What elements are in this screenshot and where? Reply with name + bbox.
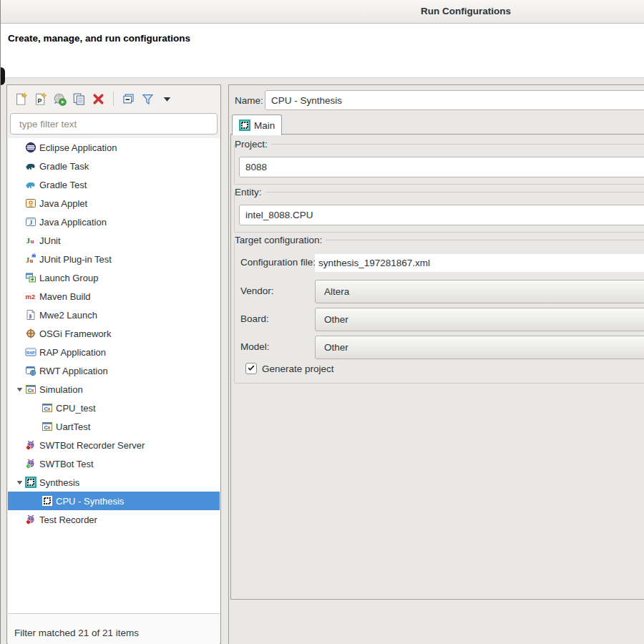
- tree-item-simulation[interactable]: CxSimulation: [8, 380, 220, 399]
- rap-icon: RAP: [25, 346, 36, 358]
- tree-item-uarttest[interactable]: CxUartTest: [8, 417, 220, 436]
- duplicate-configuration-button[interactable]: [69, 89, 89, 108]
- collapse-all-button[interactable]: [119, 89, 138, 108]
- tree-item-junit-plug-in-test[interactable]: JuJUnit Plug-in Test: [8, 250, 220, 268]
- configurations-toolbar: P: [11, 88, 177, 109]
- tree-item-mwe2-launch[interactable]: Mwe2 Launch: [8, 306, 220, 324]
- tree-item-label: Java Applet: [39, 198, 87, 209]
- view-menu-button[interactable]: [157, 89, 177, 108]
- entity-input[interactable]: [239, 205, 644, 225]
- tree-item-label: Java Application: [39, 217, 107, 228]
- expander-down-icon[interactable]: [14, 384, 25, 395]
- java-applet-icon: [25, 197, 36, 209]
- expander-spacer: [14, 235, 25, 246]
- svg-text:u: u: [31, 238, 34, 245]
- tree-item-swtbot-recorder-server[interactable]: SWTBot Recorder Server: [8, 436, 220, 454]
- filter-configurations-button[interactable]: [138, 89, 157, 108]
- tree-item-rap-application[interactable]: RAPRAP Application: [8, 343, 220, 361]
- tree-item-test-recorder[interactable]: Test Recorder: [8, 510, 220, 529]
- new-prototype-icon: P: [34, 92, 47, 106]
- tree-item-label: JUnit Plug-in Test: [39, 254, 112, 265]
- svg-text:x: x: [48, 425, 51, 430]
- export-configurations-button[interactable]: [50, 89, 69, 108]
- model-dropdown[interactable]: Other: [315, 336, 644, 359]
- tree-item-swtbot-test[interactable]: SWTBot Test: [8, 454, 220, 473]
- tree-item-label: Mwe2 Launch: [39, 310, 97, 321]
- filter-input[interactable]: [10, 113, 218, 135]
- dialog-header: Create, manage, and run configurations: [1, 24, 644, 78]
- expander-spacer: [30, 495, 42, 507]
- svg-text:u: u: [30, 257, 34, 264]
- main-tab-content: Project: Entity: Target configuration: C…: [230, 134, 644, 600]
- svg-text:J: J: [26, 256, 29, 264]
- configuration-file-input[interactable]: [315, 254, 644, 272]
- run-configurations-dialog: Run Configurations Create, manage, and r…: [0, 0, 644, 644]
- model-label: Model:: [240, 341, 270, 352]
- tree-item-label: Gradle Test: [39, 180, 87, 190]
- window-edge-artifact: [1, 67, 5, 85]
- model-value: Other: [324, 342, 348, 353]
- tree-item-label: CPU - Synthesis: [56, 496, 124, 507]
- expander-spacer: [14, 160, 25, 172]
- filter-funnel-icon: [141, 92, 155, 106]
- eclipse-icon: [25, 142, 36, 153]
- new-configuration-button[interactable]: [11, 89, 31, 108]
- filter-status-text: Filter matched 21 of 21 items: [14, 628, 139, 638]
- tree-item-label: SWTBot Test: [39, 459, 94, 469]
- toolbar-separator: [113, 92, 114, 106]
- simulation-icon: Cx: [25, 384, 36, 395]
- java-application-icon: J: [25, 216, 36, 228]
- launch-group-icon: [25, 272, 36, 283]
- expander-spacer: [14, 179, 25, 190]
- configuration-detail-panel: Name: Main Project: Entity: Target confi…: [228, 84, 644, 644]
- tree-item-synthesis[interactable]: Synthesis: [8, 473, 220, 492]
- tree-item-java-applet[interactable]: Java Applet: [8, 194, 220, 213]
- junit-plugin-icon: Ju: [25, 253, 36, 265]
- collapse-all-icon: [122, 92, 135, 106]
- export-icon: [53, 92, 67, 106]
- board-label: Board:: [240, 313, 269, 324]
- generate-project-label: Generate project: [262, 364, 334, 374]
- tree-item-label: Maven Build: [39, 291, 91, 302]
- tree-item-osgi-framework[interactable]: OSGi Framework: [8, 324, 220, 343]
- expander-spacer: [14, 514, 25, 525]
- tree-item-cpu-test[interactable]: CxCPU_test: [8, 399, 220, 417]
- tree-item-eclipse-application[interactable]: Eclipse Application: [8, 138, 220, 157]
- svg-text:P: P: [37, 97, 42, 104]
- tree-item-launch-group[interactable]: Launch Group: [8, 268, 220, 287]
- board-value: Other: [324, 314, 348, 325]
- expander-spacer: [14, 142, 25, 153]
- tree-item-maven-build[interactable]: m2Maven Build: [8, 287, 220, 306]
- tab-main[interactable]: Main: [232, 114, 282, 135]
- generate-project-checkbox[interactable]: [245, 363, 257, 374]
- tree-item-label: Gradle Task: [39, 161, 89, 172]
- tree-item-gradle-test[interactable]: Gradle Test: [8, 175, 220, 194]
- tree-item-junit[interactable]: JuJUnit: [8, 231, 220, 250]
- tree-item-java-application[interactable]: JJava Application: [8, 213, 220, 231]
- board-dropdown[interactable]: Other: [315, 308, 644, 331]
- new-prototype-button[interactable]: P: [31, 89, 50, 108]
- expander-spacer: [14, 197, 25, 209]
- menu-arrow-icon: [160, 92, 174, 106]
- osgi-icon: [25, 328, 36, 339]
- simulation-icon: Cx: [42, 421, 53, 432]
- tree-footer: Filter matched 21 of 21 items: [8, 614, 220, 644]
- expander-spacer: [14, 439, 25, 451]
- name-input[interactable]: [265, 90, 644, 110]
- duplicate-icon: [72, 92, 86, 106]
- expander-spacer: [14, 291, 25, 302]
- target-frame-label: Target configuration:: [235, 234, 326, 246]
- project-frame-label: Project:: [235, 138, 271, 150]
- project-input[interactable]: [239, 157, 644, 177]
- tree-item-rwt-application[interactable]: RWT Application: [8, 361, 220, 380]
- expander-spacer: [30, 402, 42, 414]
- tree-item-gradle-task[interactable]: Gradle Task: [8, 157, 220, 175]
- delete-configuration-button[interactable]: [89, 89, 108, 108]
- svg-text:m2: m2: [26, 293, 36, 301]
- tree-item-cpu-synthesis[interactable]: CPU - Synthesis: [8, 492, 220, 510]
- tree-item-label: Eclipse Application: [39, 142, 117, 153]
- svg-text:x: x: [31, 388, 34, 393]
- expander-down-icon[interactable]: [14, 477, 25, 488]
- vendor-dropdown[interactable]: Altera: [315, 280, 644, 303]
- dialog-titlebar[interactable]: Run Configurations: [1, 0, 644, 24]
